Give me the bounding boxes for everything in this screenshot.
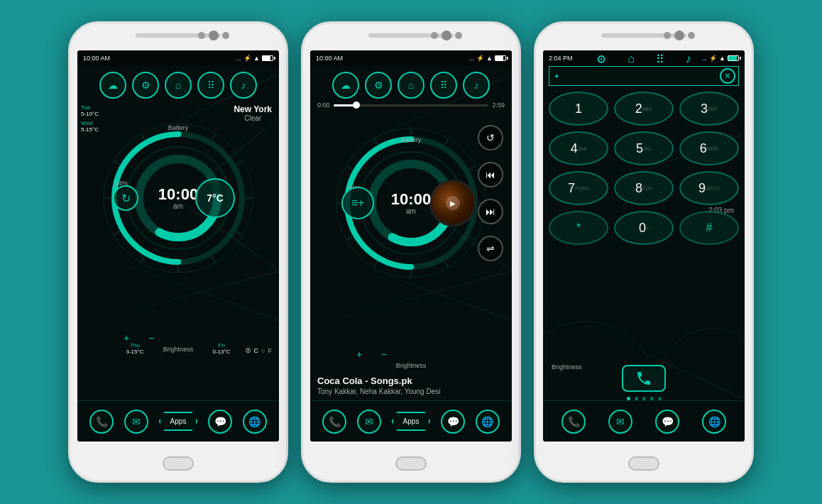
unit-c-radio[interactable]: ⦿	[245, 347, 251, 354]
unit-c-label[interactable]: C	[254, 347, 259, 354]
nav-settings-btn-2[interactable]: 🌐	[476, 410, 500, 434]
brightness-minus-2[interactable]: −	[381, 349, 387, 360]
progress-bar[interactable]	[334, 104, 489, 106]
nav-gear-btn[interactable]: ⚙	[132, 72, 159, 99]
forecast-day-fri: Fri	[213, 342, 231, 349]
refresh-icon-btn[interactable]: ↻	[113, 185, 138, 211]
nav-email-btn-3[interactable]: ✉	[608, 410, 632, 434]
unit-f-label[interactable]: F	[268, 347, 273, 354]
nav-apps-btn-1[interactable]: Apps	[159, 412, 198, 431]
nav-cloud-btn[interactable]: ☁	[99, 72, 126, 99]
nav-phone-btn-1[interactable]: 📞	[89, 410, 114, 434]
call-btn-dialer[interactable]	[622, 365, 666, 392]
brightness-label-2: Brightness	[396, 362, 427, 369]
bottom-nav-2: 📞 ✉ Apps 💬 🌐	[310, 400, 512, 442]
nav-chat-btn-2[interactable]: 💬	[441, 410, 465, 434]
shuffle-btn[interactable]: ⇌	[478, 236, 503, 261]
camera-dot2	[222, 32, 229, 39]
numpad-3[interactable]: 3DEF	[679, 92, 739, 126]
svg-line-26	[445, 138, 449, 145]
phone-1-screen: 10:00 AM ... ⚡ ▲ ☁ ⚙ ⌂ ⠿ ♪	[77, 50, 279, 442]
numpad-2[interactable]: 2ABC	[614, 92, 674, 126]
status-bar-1: 10:00 AM ... ⚡ ▲	[77, 50, 279, 66]
numpad-0[interactable]: 0+	[614, 211, 674, 245]
battery-fill-2	[495, 56, 503, 60]
svg-line-8	[236, 161, 243, 165]
song-info: Coca Cola - Songs.pk Tony Kakkar, Neha K…	[317, 376, 505, 395]
phone-2-home-btn[interactable]	[395, 456, 427, 471]
nav-email-btn-2[interactable]: ✉	[357, 410, 381, 434]
nav-phone-btn-3[interactable]: 📞	[561, 410, 586, 434]
nav-home-btn-2[interactable]: ⌂	[398, 72, 424, 99]
play-btn[interactable]: ▶	[446, 196, 460, 210]
prev-btn[interactable]: ⏮	[478, 162, 503, 187]
phone-3-home-btn[interactable]	[628, 456, 659, 471]
forecast-day-thu: Thu	[126, 342, 144, 349]
nav-gear-btn-2[interactable]: ⚙	[365, 72, 392, 99]
screen-content-3: 2:04 PM ... ⚡ ▲ ⚙ ⌂ ⠿ ♪ ✦	[543, 50, 745, 442]
nav-settings-btn-1[interactable]: 🌐	[243, 410, 267, 434]
screen-content-2: 10:00 AM ... ⚡ ▲ ☁ ⚙ ⌂ ⠿ ♪	[310, 50, 512, 442]
dialer-clear-btn[interactable]: ✕	[720, 68, 735, 84]
progress-start: 0:00	[317, 102, 330, 109]
numpad-hash[interactable]: #	[679, 211, 739, 245]
camera-main	[209, 31, 219, 40]
wifi-icon: ▲	[253, 55, 260, 62]
nav-chat-btn-3[interactable]: 💬	[655, 410, 679, 434]
next-btn[interactable]: ⏭	[478, 199, 503, 224]
bluetooth-icon: ✦	[554, 72, 559, 80]
nav-phone-btn-2[interactable]: 📞	[322, 410, 346, 434]
nav-cloud-btn-2[interactable]: ☁	[332, 72, 359, 99]
svg-line-11	[212, 256, 216, 263]
music-progress: 0:00 2:59	[317, 102, 505, 109]
nav-settings-btn-3[interactable]: 🌐	[702, 410, 726, 434]
nav-grid-btn-2[interactable]: ⠿	[430, 72, 457, 99]
svg-line-27	[469, 166, 476, 170]
status-icons-1: ... ⚡ ▲	[236, 55, 273, 62]
dialer-header-icons: ⚙ ⌂ ⠿ ♪	[543, 52, 745, 66]
nav-apps-btn-2[interactable]: Apps	[392, 412, 431, 431]
nav-chat-btn-1[interactable]: 💬	[208, 410, 232, 434]
numpad-1[interactable]: 1	[549, 92, 608, 126]
song-artist: Tony Kakkar, Neha Kakkar, Young Desi	[317, 388, 505, 395]
status-time-1: 10:00 AM	[83, 55, 110, 62]
forecast-fri: Fri 0-13°C	[213, 342, 231, 355]
numpad-star[interactable]: *	[549, 211, 608, 245]
forecast-col-wed: Wed 5-15°C	[81, 120, 99, 133]
playlist-btn[interactable]: ≡+	[341, 187, 374, 219]
nav-music-btn-2[interactable]: ♪	[463, 72, 490, 99]
numpad-4[interactable]: 4GHI	[549, 131, 608, 165]
main-area-2: Battery	[310, 111, 512, 399]
phone-2-screen: 10:00 AM ... ⚡ ▲ ☁ ⚙ ⌂ ⠿ ♪	[310, 50, 512, 442]
battery-icon-2	[495, 55, 506, 61]
progress-end: 2:59	[492, 102, 505, 109]
wifi-icon-2: ▲	[486, 55, 493, 62]
album-art[interactable]: ▶	[429, 180, 476, 226]
signal-icon: ...	[236, 55, 242, 62]
dialer-music-icon: ♪	[686, 53, 691, 65]
numpad-7[interactable]: 7PQRS	[549, 171, 608, 205]
nav-music-btn[interactable]: ♪	[230, 72, 257, 99]
clock-ampm-2: am	[391, 207, 431, 215]
brightness-plus-2[interactable]: +	[356, 349, 362, 360]
phone-1-home-btn[interactable]	[163, 456, 194, 471]
svg-line-16	[114, 161, 120, 165]
lte-icon-2: ⚡	[476, 55, 484, 62]
numpad: 1 2ABC 3DEF 4GHI 5JKL 6MNO 7PQRS 8TUV 9W…	[549, 92, 739, 245]
numpad-5[interactable]: 5JKL	[614, 131, 674, 165]
nav-grid-btn[interactable]: ⠿	[197, 72, 224, 99]
nav-home-btn[interactable]: ⌂	[165, 72, 192, 99]
unit-f-radio[interactable]: ○	[261, 347, 265, 354]
camera-main-2	[442, 31, 451, 40]
battery-icon-1	[262, 55, 273, 61]
temp-bubble-1: 7°C	[195, 178, 235, 218]
loop-btn[interactable]: ↺	[478, 125, 503, 150]
top-nav-2: ☁ ⚙ ⌂ ⠿ ♪	[310, 67, 512, 103]
bottom-nav-1: 📞 ✉ Apps 💬 🌐	[77, 400, 279, 442]
phone-2: 10:00 AM ... ⚡ ▲ ☁ ⚙ ⌂ ⠿ ♪	[301, 21, 521, 483]
numpad-9[interactable]: 9WXYZ	[679, 171, 739, 205]
nav-email-btn-1[interactable]: ✉	[124, 410, 148, 434]
numpad-8[interactable]: 8TUV	[614, 171, 674, 205]
camera-dot-3a	[664, 32, 671, 39]
numpad-6[interactable]: 6MNO	[679, 131, 739, 165]
